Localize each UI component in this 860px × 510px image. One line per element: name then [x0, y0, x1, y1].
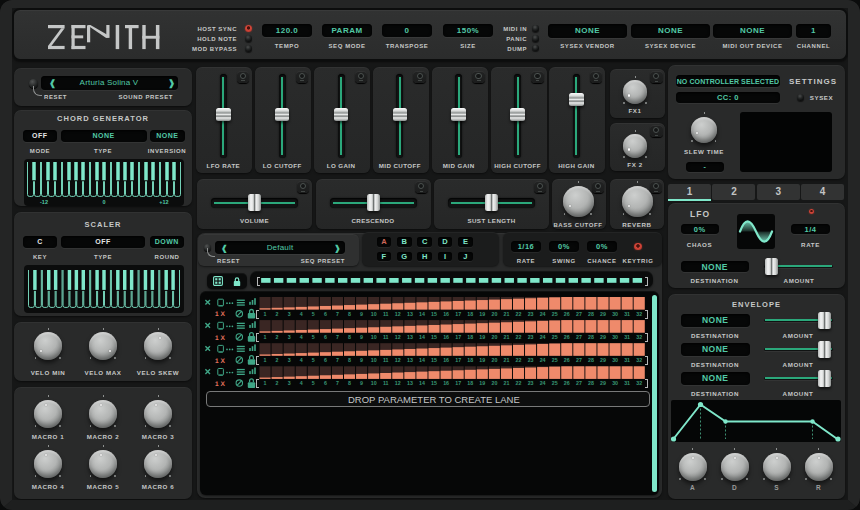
svg-text:1 X: 1 X	[215, 381, 225, 388]
svg-text:1 X: 1 X	[215, 335, 225, 342]
svg-text:1 X: 1 X	[215, 358, 225, 365]
svg-text:1 X: 1 X	[215, 311, 225, 318]
